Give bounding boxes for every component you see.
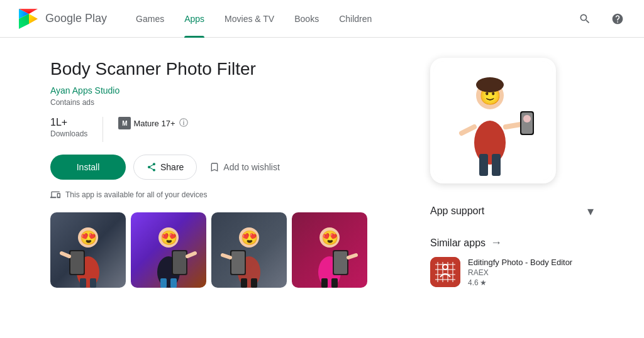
- logo-text: Google Play: [45, 12, 107, 25]
- google-play-logo[interactable]: Google Play: [15, 6, 107, 31]
- support-title: App support: [430, 205, 484, 217]
- nav-books[interactable]: Books: [286, 0, 328, 38]
- similar-apps-section: Similar apps →: [430, 236, 594, 287]
- svg-rect-21: [241, 278, 247, 288]
- devices-text: This app is available for all of your de…: [65, 190, 207, 199]
- app-title: Body Scanner Photo Filter: [50, 58, 405, 80]
- support-header[interactable]: App support ▾: [430, 199, 594, 224]
- stats-row: 1L+ Downloads M Mature 17+ ⓘ: [50, 117, 405, 142]
- similar-app-item[interactable]: Editingfy Photo - Body Editor RAEX 4.6 ★: [430, 257, 594, 287]
- stat-divider: [103, 117, 103, 142]
- search-icon: [579, 13, 591, 25]
- svg-rect-49: [430, 257, 460, 287]
- share-icon: [147, 162, 157, 172]
- app-support-section: App support ▾: [430, 199, 594, 224]
- similar-app-rating: 4.6 ★: [468, 278, 594, 287]
- app-details-right: 🙂 App support ▾ Similar a: [430, 58, 594, 318]
- similar-app-icon-svg: [430, 257, 460, 287]
- svg-rect-40: [492, 154, 501, 176]
- rating-value: 4.6: [468, 278, 479, 287]
- wishlist-label: Add to wishlist: [223, 162, 279, 172]
- app-details-left: Body Scanner Photo Filter Ayan Apps Stud…: [50, 58, 405, 318]
- screenshot-image-4: 😍: [298, 219, 361, 288]
- nav-movies[interactable]: Movies & TV: [216, 0, 283, 38]
- svg-rect-10: [70, 251, 84, 274]
- svg-rect-26: [231, 251, 245, 274]
- screenshot-3[interactable]: 😍: [211, 212, 287, 288]
- nav-games[interactable]: Games: [127, 0, 173, 38]
- main-nav: Games Apps Movies & TV Books Children: [127, 0, 380, 38]
- screenshot-4[interactable]: 😍: [292, 212, 367, 288]
- screenshot-image-1: 😍: [57, 219, 119, 288]
- svg-rect-6: [90, 278, 96, 288]
- svg-rect-14: [170, 278, 177, 288]
- svg-rect-29: [321, 278, 328, 288]
- downloads-stat: 1L+ Downloads: [50, 117, 87, 138]
- install-button[interactable]: Install: [50, 155, 126, 180]
- svg-rect-5: [80, 278, 86, 288]
- star-icon: ★: [480, 278, 487, 287]
- svg-marker-2: [29, 14, 38, 24]
- play-logo-icon: [15, 6, 40, 31]
- action-row: Install Share Add to wishlist: [50, 155, 405, 180]
- svg-rect-34: [334, 251, 347, 274]
- devices-icon: [50, 190, 60, 200]
- app-icon-svg: 🙂: [433, 61, 553, 180]
- svg-rect-18: [173, 251, 186, 274]
- mature-icon: M: [118, 117, 131, 129]
- info-icon[interactable]: ⓘ: [179, 117, 188, 129]
- search-button[interactable]: [574, 8, 596, 30]
- chevron-icon: ▾: [587, 204, 594, 219]
- similar-app-name: Editingfy Photo - Body Editor: [468, 257, 594, 268]
- screenshot-1[interactable]: 😍: [50, 212, 126, 288]
- help-button[interactable]: [606, 8, 629, 30]
- similar-app-dev: RAEX: [468, 268, 594, 277]
- svg-text:😍: 😍: [160, 229, 178, 246]
- mature-row: M Mature 17+ ⓘ: [118, 117, 187, 129]
- svg-line-11: [62, 253, 69, 256]
- svg-line-19: [187, 253, 195, 256]
- rating-stat: M Mature 17+ ⓘ: [118, 117, 187, 129]
- similar-app-info: Editingfy Photo - Body Editor RAEX 4.6 ★: [468, 257, 594, 287]
- svg-line-35: [348, 255, 356, 258]
- similar-header: Similar apps →: [430, 236, 594, 249]
- mature-text: Mature 17+: [133, 119, 175, 128]
- svg-text:😍: 😍: [80, 229, 97, 246]
- header: Google Play Games Apps Movies & TV Books…: [0, 0, 644, 38]
- header-actions: [574, 8, 629, 30]
- svg-line-27: [223, 255, 230, 258]
- app-icon-large: 🙂: [430, 58, 556, 183]
- similar-title: Similar apps: [430, 237, 486, 249]
- screenshot-2[interactable]: 😍: [131, 212, 206, 288]
- similar-arrow-icon[interactable]: →: [491, 236, 502, 249]
- downloads-value: 1L+: [50, 117, 67, 128]
- main-content: Body Scanner Photo Filter Ayan Apps Stud…: [0, 38, 644, 338]
- svg-text:😍: 😍: [241, 229, 258, 246]
- wishlist-button[interactable]: Add to wishlist: [204, 162, 284, 172]
- contains-ads-label: Contains ads: [50, 98, 405, 107]
- similar-app-icon: [430, 257, 460, 287]
- developer-link[interactable]: Ayan Apps Studio: [50, 85, 405, 95]
- downloads-label: Downloads: [50, 129, 87, 138]
- help-icon: [611, 13, 624, 25]
- svg-rect-39: [479, 154, 488, 176]
- share-label: Share: [160, 162, 184, 172]
- devices-notice: This app is available for all of your de…: [50, 190, 405, 200]
- svg-text:😍: 😍: [321, 229, 339, 246]
- screenshots-row: 😍 😍: [50, 212, 405, 288]
- bookmark-icon: [209, 162, 219, 172]
- svg-rect-13: [160, 278, 167, 288]
- share-button[interactable]: Share: [133, 155, 197, 180]
- nav-apps[interactable]: Apps: [175, 0, 213, 38]
- svg-point-48: [523, 115, 531, 123]
- nav-children[interactable]: Children: [330, 0, 380, 38]
- screenshot-image-2: 😍: [137, 219, 200, 288]
- screenshot-image-3: 😍: [218, 219, 280, 288]
- svg-point-43: [476, 77, 504, 92]
- svg-point-38: [474, 121, 506, 165]
- svg-rect-22: [251, 278, 257, 288]
- svg-rect-30: [331, 278, 338, 288]
